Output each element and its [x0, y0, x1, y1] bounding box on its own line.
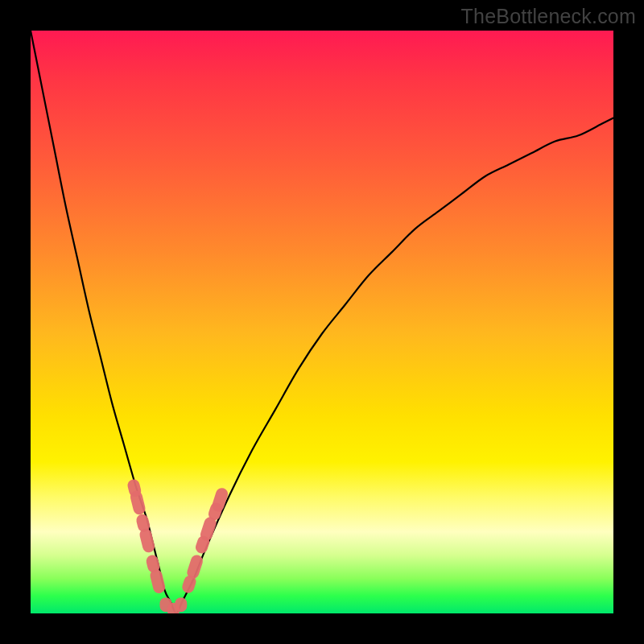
- curve-marker: [175, 597, 187, 612]
- bottleneck-curve: [31, 31, 613, 613]
- curve-marker: [185, 553, 204, 580]
- curve-marker: [129, 489, 147, 516]
- curve-marker: [138, 527, 156, 554]
- curve-markers: [126, 478, 229, 613]
- curve-marker: [149, 568, 167, 595]
- chart-frame: TheBottleneck.com: [0, 0, 644, 644]
- plot-area: [31, 31, 613, 613]
- curve-svg: [31, 31, 613, 613]
- watermark-text: TheBottleneck.com: [461, 5, 636, 28]
